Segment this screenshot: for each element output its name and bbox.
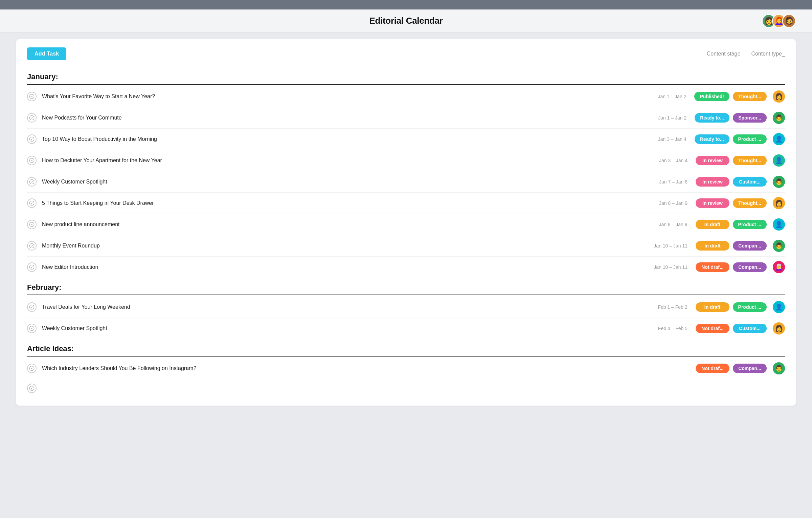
check-icon [27,302,37,312]
avatar: 👩 [773,90,785,103]
status-badge: Ready to... [695,134,729,144]
task-date: Jan 10 – Jan 11 [647,243,687,249]
task-title: New product line announcement [42,221,647,228]
table-row[interactable]: 5 Things to Start Keeping in Your Desk D… [27,193,785,214]
status-badge: Ready to... [695,113,729,123]
type-badge: Product ... [733,134,767,144]
avatar: 👨 [773,112,785,124]
avatar: 👩‍🦳 [773,261,785,273]
type-badge: Thought... [733,198,767,208]
task-title: What's Your Favorite Way to Start a New … [42,93,646,100]
avatar: 👩 [773,322,785,334]
table-row[interactable]: Weekly Customer SpotlightJan 7 – Jan 8In… [27,171,785,193]
status-badge: Not draf... [696,324,729,333]
avatar: 👤 [773,133,785,145]
table-row[interactable]: How to Declutter Your Apartment for the … [27,150,785,171]
task-date: Jan 3 – Jan 4 [646,136,686,142]
task-title: Which Industry Leaders Should You Be Fol… [42,365,655,371]
table-row[interactable]: Top 10 Way to Boost Productivity in the … [27,129,785,150]
check-icon [27,220,37,229]
task-date: Feb 1 – Feb 2 [647,304,687,310]
check-icon [27,262,37,272]
toolbar-filters: Content stage Content type_ [707,51,785,57]
check-icon [27,92,37,101]
type-badge: Sponsor... [733,113,767,123]
table-row[interactable]: New product line announcementJan 8 – Jan… [27,214,785,235]
task-date: Jan 7 – Jan 8 [647,179,687,185]
top-bar [0,0,812,9]
table-row[interactable] [27,379,785,397]
main-content: Add Task Content stage Content type_ Jan… [0,33,812,412]
type-badge: Thought... [733,92,767,101]
check-icon [27,384,37,393]
status-badge: Not draf... [696,262,729,272]
type-badge: Product ... [733,302,767,312]
content-type-filter[interactable]: Content type_ [751,51,785,57]
status-badge: In draft [696,302,729,312]
status-badge: In review [696,198,729,208]
table-row[interactable]: New Editor IntroductionJan 10 – Jan 11No… [27,257,785,278]
status-badge: Published! [694,92,729,101]
type-badge: Compan... [733,262,767,272]
section-article-ideas: Article Ideas:Which Industry Leaders Sho… [27,344,785,397]
add-task-button[interactable]: Add Task [27,47,66,60]
task-date: Jan 10 – Jan 11 [647,264,687,270]
avatar: 👩 [773,197,785,209]
section-divider [27,356,785,357]
content-stage-filter[interactable]: Content stage [707,51,741,57]
task-date: Jan 8 – Jan 9 [647,222,687,227]
status-badge: In draft [696,220,729,229]
check-icon [27,241,37,251]
section-title: Article Ideas: [27,344,785,353]
type-badge: Custom... [733,177,767,187]
table-row[interactable]: Which Industry Leaders Should You Be Fol… [27,358,785,379]
task-title: New Editor Introduction [42,264,647,270]
header: Editorial Calendar 👩 👩‍🦰 🧔 [0,9,812,33]
type-badge: Product ... [733,220,767,229]
task-date: Feb 4 – Feb 5 [647,326,687,331]
task-title: Monthly Event Roundup [42,243,647,249]
check-icon [27,113,37,123]
task-title: Weekly Customer Spotlight [42,179,647,185]
table-row[interactable]: Monthly Event RoundupJan 10 – Jan 11In d… [27,235,785,257]
task-date: Jan 3 – Jan 4 [647,158,687,163]
table-row[interactable]: Travel Deals for Your Long WeekendFeb 1 … [27,297,785,318]
section-january: January:What's Your Favorite Way to Star… [27,72,785,278]
status-badge: In review [696,156,729,165]
task-title: Top 10 Way to Boost Productivity in the … [42,136,646,142]
type-badge: Compan... [733,364,767,373]
task-title: New Podcasts for Your Commute [42,115,646,121]
task-date: Jan 1 – Jan 2 [646,94,686,99]
table-row[interactable]: What's Your Favorite Way to Start a New … [27,86,785,107]
status-badge: In draft [696,241,729,251]
task-title: Travel Deals for Your Long Weekend [42,304,647,310]
avatar: 👨 [773,176,785,188]
check-icon [27,198,37,208]
check-icon [27,134,37,144]
type-badge: Custom... [733,324,767,333]
avatar: 👤 [773,301,785,313]
sections-container: January:What's Your Favorite Way to Star… [27,72,785,397]
section-divider [27,84,785,85]
avatar: 👤 [773,218,785,231]
table-row[interactable]: Weekly Customer SpotlightFeb 4 – Feb 5No… [27,318,785,339]
status-badge: Not draf... [696,364,729,373]
task-title: How to Declutter Your Apartment for the … [42,157,647,164]
task-title: Weekly Customer Spotlight [42,325,647,331]
check-icon [27,156,37,165]
avatar: 👨 [773,240,785,252]
task-date: Jan 8 – Jan 9 [647,200,687,206]
task-title: 5 Things to Start Keeping in Your Desk D… [42,200,647,206]
section-title: February: [27,283,785,292]
header-avatars: 👩 👩‍🦰 🧔 [762,14,796,28]
avatar: 👨 [773,362,785,374]
status-badge: In review [696,177,729,187]
main-card: Add Task Content stage Content type_ Jan… [16,39,796,406]
section-title: January: [27,72,785,81]
page-title: Editorial Calendar [369,16,443,26]
section-divider [27,295,785,295]
avatar-3: 🧔 [782,14,796,28]
table-row[interactable]: New Podcasts for Your CommuteJan 1 – Jan… [27,107,785,129]
check-icon [27,177,37,187]
type-badge: Thought... [733,156,767,165]
